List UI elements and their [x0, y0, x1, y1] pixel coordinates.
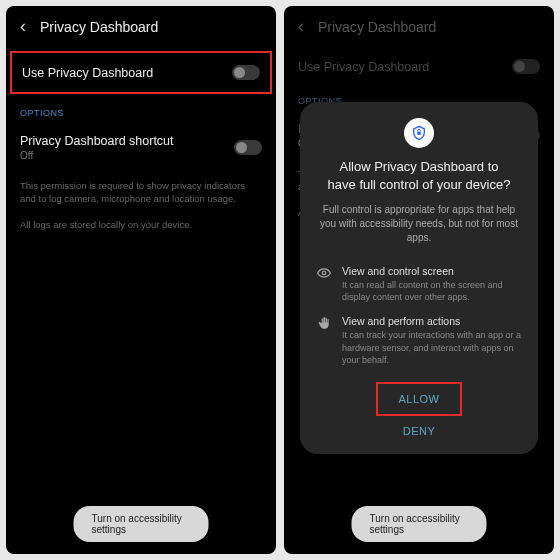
accessibility-pill[interactable]: Turn on accessibility settings — [352, 506, 487, 542]
permission-view-screen: View and control screen It can read all … — [316, 259, 522, 309]
dialog-buttons: ALLOW DENY — [316, 382, 522, 446]
use-dashboard-label: Use Privacy Dashboard — [22, 66, 232, 80]
perm1-desc: It can read all content on the screen an… — [342, 279, 522, 303]
permission-dialog: Allow Privacy Dashboard to have full con… — [300, 102, 538, 454]
permission-description: This permission is required to show priv… — [20, 173, 262, 212]
logs-description: All logs are stored locally on your devi… — [20, 212, 262, 237]
use-dashboard-row: Use Privacy Dashboard — [298, 47, 540, 86]
options-header: OPTIONS — [20, 98, 262, 122]
shortcut-row[interactable]: Privacy Dashboard shortcut Off — [20, 122, 262, 173]
page-title: Privacy Dashboard — [318, 19, 436, 35]
hand-icon — [316, 315, 332, 365]
use-dashboard-row[interactable]: Use Privacy Dashboard — [22, 59, 260, 86]
screenshot-left: ‹ Privacy Dashboard Use Privacy Dashboar… — [6, 6, 276, 554]
allow-button[interactable]: ALLOW — [376, 382, 461, 416]
shortcut-state: Off — [20, 150, 234, 161]
highlight-use-toggle: Use Privacy Dashboard — [10, 51, 272, 94]
dialog-title: Allow Privacy Dashboard to have full con… — [316, 158, 522, 203]
deny-button[interactable]: DENY — [383, 416, 456, 446]
use-dashboard-toggle[interactable] — [232, 65, 260, 80]
perm2-desc: It can track your interactions with an a… — [342, 329, 522, 365]
app-icon — [404, 118, 434, 148]
eye-icon — [316, 265, 332, 303]
accessibility-pill[interactable]: Turn on accessibility settings — [74, 506, 209, 542]
perm1-title: View and control screen — [342, 265, 522, 277]
header: ‹ Privacy Dashboard — [6, 6, 276, 47]
use-dashboard-label: Use Privacy Dashboard — [298, 60, 512, 74]
svg-point-1 — [322, 271, 326, 275]
perm2-title: View and perform actions — [342, 315, 522, 327]
screenshot-right: ‹ Privacy Dashboard Use Privacy Dashboar… — [284, 6, 554, 554]
shortcut-label: Privacy Dashboard shortcut — [20, 134, 234, 148]
back-icon[interactable]: ‹ — [20, 16, 26, 37]
use-dashboard-toggle — [512, 59, 540, 74]
svg-rect-0 — [417, 132, 420, 135]
permission-perform-actions: View and perform actions It can track yo… — [316, 309, 522, 371]
header: ‹ Privacy Dashboard — [284, 6, 554, 47]
shortcut-toggle[interactable] — [234, 140, 262, 155]
dialog-description: Full control is appropriate for apps tha… — [316, 203, 522, 259]
back-icon: ‹ — [298, 16, 304, 37]
options-section: OPTIONS Privacy Dashboard shortcut Off T… — [6, 98, 276, 237]
page-title: Privacy Dashboard — [40, 19, 158, 35]
